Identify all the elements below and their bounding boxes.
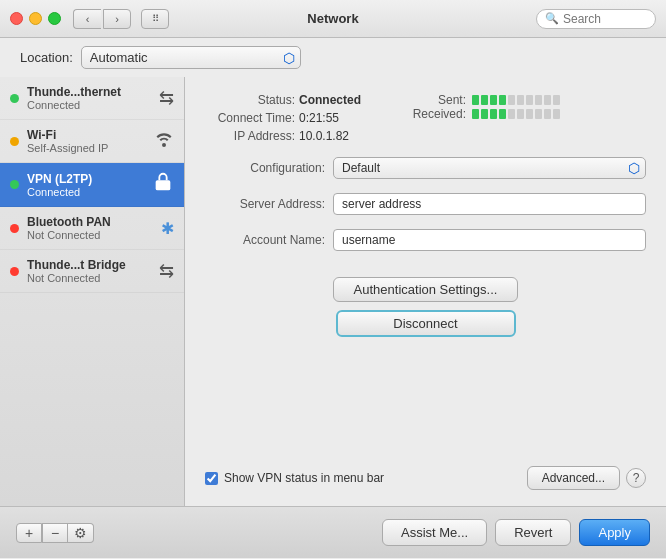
network-item-status-wifi: Self-Assigned IP <box>27 142 150 154</box>
location-select[interactable]: Automatic Edit Locations... <box>81 46 301 69</box>
location-select-wrapper: Automatic Edit Locations... ⬡ <box>81 46 301 69</box>
received-label: Received: <box>411 107 466 121</box>
assist-me-button[interactable]: Assist Me... <box>382 519 487 546</box>
status-value: Connected <box>299 93 361 107</box>
status-dot-bridge <box>10 267 19 276</box>
bar <box>526 109 533 119</box>
ip-address-value: 10.0.1.82 <box>299 129 349 143</box>
network-item-status-vpn: Connected <box>27 186 148 198</box>
search-input[interactable] <box>563 12 643 26</box>
bluetooth-icon: ✱ <box>161 219 174 238</box>
status-dot-vpn <box>10 180 19 189</box>
show-vpn-checkbox[interactable] <box>205 472 218 485</box>
checkbox-row: Show VPN status in menu bar Advanced... … <box>205 456 646 490</box>
status-line: Status: Connected <box>205 93 361 107</box>
grid-button[interactable]: ⠿ <box>141 9 169 29</box>
location-bar: Location: Automatic Edit Locations... ⬡ <box>0 38 666 77</box>
bottom-action-buttons: Assist Me... Revert Apply <box>382 519 650 546</box>
bar <box>490 95 497 105</box>
bar <box>553 95 560 105</box>
sidebar-controls: + − ⚙ <box>16 523 94 543</box>
network-item-info-bridge: Thunde...t Bridge Not Connected <box>27 258 155 284</box>
received-bars <box>472 109 560 119</box>
sent-row: Sent: <box>411 93 560 107</box>
vpn-lock-icon <box>152 171 174 198</box>
back-button[interactable]: ‹ <box>73 9 101 29</box>
revert-button[interactable]: Revert <box>495 519 571 546</box>
help-button[interactable]: ? <box>626 468 646 488</box>
nav-buttons: ‹ › <box>73 9 131 29</box>
server-address-input[interactable] <box>333 193 646 215</box>
sidebar-item-vpn[interactable]: VPN (L2TP) Connected <box>0 163 184 207</box>
show-vpn-label[interactable]: Show VPN status in menu bar <box>205 471 384 485</box>
account-name-input[interactable] <box>333 229 646 251</box>
add-network-button[interactable]: + <box>16 523 42 543</box>
status-row: Status: Connected Connect Time: 0:21:55 … <box>205 93 646 143</box>
bar <box>526 95 533 105</box>
auth-settings-button[interactable]: Authentication Settings... <box>333 277 519 302</box>
window-title: Network <box>307 11 358 26</box>
bar <box>481 109 488 119</box>
minimize-button[interactable] <box>29 12 42 25</box>
bridge-icon: ⇆ <box>159 260 174 282</box>
sidebar-item-bluetooth[interactable]: Bluetooth PAN Not Connected ✱ <box>0 207 184 250</box>
bar <box>544 109 551 119</box>
gear-button[interactable]: ⚙ <box>68 523 94 543</box>
traffic-lights <box>10 12 61 25</box>
detail-panel: Status: Connected Connect Time: 0:21:55 … <box>185 77 666 506</box>
bottom-right-buttons: Advanced... ? <box>527 466 646 490</box>
bar <box>472 95 479 105</box>
network-item-status-bluetooth: Not Connected <box>27 229 157 241</box>
bar <box>517 109 524 119</box>
close-button[interactable] <box>10 12 23 25</box>
sidebar-item-wifi[interactable]: Wi-Fi Self-Assigned IP <box>0 120 184 163</box>
network-item-info-ethernet: Thunde...thernet Connected <box>27 85 155 111</box>
status-dot-ethernet <box>10 94 19 103</box>
ethernet-icon: ⇆ <box>159 87 174 109</box>
apply-button[interactable]: Apply <box>579 519 650 546</box>
received-row: Received: <box>411 107 560 121</box>
sent-label: Sent: <box>411 93 466 107</box>
bar <box>517 95 524 105</box>
bar <box>508 95 515 105</box>
configuration-select-wrapper: Default ⬡ <box>333 157 646 179</box>
configuration-row: Configuration: Default ⬡ <box>205 157 646 179</box>
bar <box>490 109 497 119</box>
network-item-name-wifi: Wi-Fi <box>27 128 150 142</box>
remove-network-button[interactable]: − <box>42 523 68 543</box>
configuration-select[interactable]: Default <box>333 157 646 179</box>
bar <box>472 109 479 119</box>
status-label: Status: <box>205 93 295 107</box>
network-item-name-ethernet: Thunde...thernet <box>27 85 155 99</box>
main-content: Thunde...thernet Connected ⇆ Wi-Fi Self-… <box>0 77 666 506</box>
search-box[interactable]: 🔍 <box>536 9 656 29</box>
network-item-info-bluetooth: Bluetooth PAN Not Connected <box>27 215 157 241</box>
ip-address-label: IP Address: <box>205 129 295 143</box>
connect-time-label: Connect Time: <box>205 111 295 125</box>
maximize-button[interactable] <box>48 12 61 25</box>
account-name-row: Account Name: <box>205 229 646 251</box>
show-vpn-text: Show VPN status in menu bar <box>224 471 384 485</box>
bar <box>499 95 506 105</box>
wifi-icon <box>154 131 174 152</box>
forward-button[interactable]: › <box>103 9 131 29</box>
bar <box>508 109 515 119</box>
bar <box>499 109 506 119</box>
bar <box>535 109 542 119</box>
network-item-info-wifi: Wi-Fi Self-Assigned IP <box>27 128 150 154</box>
server-address-label: Server Address: <box>205 197 325 211</box>
network-item-status-bridge: Not Connected <box>27 272 155 284</box>
sidebar-item-ethernet[interactable]: Thunde...thernet Connected ⇆ <box>0 77 184 120</box>
sent-bars <box>472 95 560 105</box>
network-item-name-bluetooth: Bluetooth PAN <box>27 215 157 229</box>
bar <box>481 95 488 105</box>
sidebar-item-bridge[interactable]: Thunde...t Bridge Not Connected ⇆ <box>0 250 184 293</box>
connect-time-value: 0:21:55 <box>299 111 339 125</box>
status-left: Status: Connected Connect Time: 0:21:55 … <box>205 93 361 143</box>
advanced-button[interactable]: Advanced... <box>527 466 620 490</box>
disconnect-button[interactable]: Disconnect <box>336 310 516 337</box>
status-dot-bluetooth <box>10 224 19 233</box>
bar <box>544 95 551 105</box>
network-item-name-bridge: Thunde...t Bridge <box>27 258 155 272</box>
account-name-label: Account Name: <box>205 233 325 247</box>
